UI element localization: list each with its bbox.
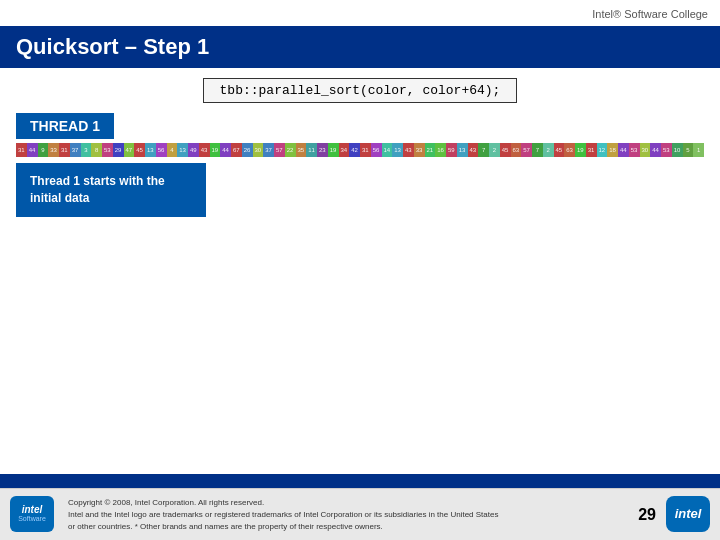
data-cell: 59 [446, 143, 457, 157]
data-cell: 56 [156, 143, 167, 157]
data-cell: 19 [575, 143, 586, 157]
data-cell: 13 [145, 143, 156, 157]
footer-trademark: Intel and the Intel logo are trademarks … [68, 509, 628, 521]
data-cell: 37 [70, 143, 81, 157]
data-cell: 2 [543, 143, 554, 157]
data-cell: 31 [59, 143, 70, 157]
data-cell: 9 [38, 143, 49, 157]
data-cell: 33 [414, 143, 425, 157]
intel-logo: intel [666, 496, 710, 534]
function-call-container: tbb::parallel_sort(color, color+64); [16, 78, 704, 103]
data-cell: 53 [629, 143, 640, 157]
data-cell: 19 [210, 143, 221, 157]
data-cell: 37 [263, 143, 274, 157]
data-cell: 47 [124, 143, 135, 157]
data-cell: 30 [640, 143, 651, 157]
data-cell: 4 [167, 143, 178, 157]
data-cell: 1 [693, 143, 704, 157]
header: Intel® Software College [0, 0, 720, 26]
data-cell: 21 [425, 143, 436, 157]
footer-copyright: Copyright © 2008, Intel Corporation. All… [68, 497, 628, 509]
data-cell: 63 [511, 143, 522, 157]
data-cell: 16 [435, 143, 446, 157]
data-cell: 45 [554, 143, 565, 157]
data-cell: 10 [672, 143, 683, 157]
data-cell: 44 [220, 143, 231, 157]
data-cell: 29 [113, 143, 124, 157]
header-title: Intel® Software College [592, 8, 708, 20]
data-cell: 63 [564, 143, 575, 157]
footer-page-number: 29 [638, 506, 656, 524]
function-call-box: tbb::parallel_sort(color, color+64); [203, 78, 518, 103]
data-cell: 19 [328, 143, 339, 157]
footer: intel Software Copyright © 2008, Intel C… [0, 488, 720, 540]
data-cell: 45 [500, 143, 511, 157]
data-cell: 13 [457, 143, 468, 157]
data-cell: 43 [468, 143, 479, 157]
data-cell: 43 [199, 143, 210, 157]
main-content: tbb::parallel_sort(color, color+64); THR… [0, 68, 720, 227]
data-cell: 11 [306, 143, 317, 157]
data-cell: 5 [683, 143, 694, 157]
data-cell: 30 [253, 143, 264, 157]
data-cell: 13 [392, 143, 403, 157]
data-cell: 7 [478, 143, 489, 157]
data-cell: 8 [91, 143, 102, 157]
data-cell: 31 [16, 143, 27, 157]
data-cell: 7 [532, 143, 543, 157]
data-cell: 43 [403, 143, 414, 157]
data-cell: 34 [339, 143, 350, 157]
data-cell: 18 [607, 143, 618, 157]
data-cell: 57 [274, 143, 285, 157]
data-cell: 44 [618, 143, 629, 157]
page-title: Quicksort – Step 1 [16, 34, 704, 60]
bottom-bar [0, 474, 720, 488]
data-cell: 33 [48, 143, 59, 157]
data-cell: 53 [102, 143, 113, 157]
data-cell: 26 [242, 143, 253, 157]
thread1-label: THREAD 1 [16, 113, 114, 139]
data-cell: 49 [188, 143, 199, 157]
data-cell: 57 [521, 143, 532, 157]
data-cell: 3 [81, 143, 92, 157]
data-cell: 35 [296, 143, 307, 157]
data-cell: 31 [360, 143, 371, 157]
data-bar: 3144933313738532947451356413494319446726… [16, 143, 704, 157]
data-cell: 44 [27, 143, 38, 157]
data-cell: 42 [349, 143, 360, 157]
footer-text: Copyright © 2008, Intel Corporation. All… [68, 497, 628, 533]
data-cell: 56 [371, 143, 382, 157]
footer-other: or other countries. * Other brands and n… [68, 521, 628, 533]
intel-software-logo: intel Software [10, 496, 58, 534]
data-cell: 45 [134, 143, 145, 157]
data-cell: 13 [177, 143, 188, 157]
data-cell: 22 [285, 143, 296, 157]
title-bar: Quicksort – Step 1 [0, 26, 720, 68]
data-cell: 2 [489, 143, 500, 157]
data-cell: 12 [597, 143, 608, 157]
data-cell: 44 [650, 143, 661, 157]
thread1-description: Thread 1 starts with the initial data [16, 163, 206, 217]
data-cell: 23 [317, 143, 328, 157]
data-cell: 67 [231, 143, 242, 157]
data-cell: 31 [586, 143, 597, 157]
data-cell: 14 [382, 143, 393, 157]
data-cell: 53 [661, 143, 672, 157]
